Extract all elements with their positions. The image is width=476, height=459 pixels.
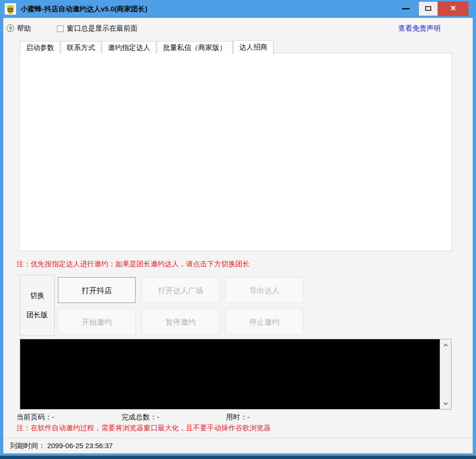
minimize-icon	[402, 8, 410, 9]
browser-warning-note: 注：在软件自动邀约过程，需要将浏览器窗口最大化，且不要手动操作谷歌浏览器	[16, 424, 271, 433]
window-bottom-edge	[0, 456, 476, 459]
close-button[interactable]: ×	[438, 1, 468, 16]
talent-recruitment-panel	[19, 53, 452, 251]
pause-invite-button[interactable]: 暂停邀约	[142, 309, 219, 335]
expiry-value: 2099-06-25 23:56:37	[47, 442, 113, 450]
close-icon: ×	[438, 1, 468, 16]
tab-bar: 启动参数 联系方式 邀约指定达人 批量私信（商家版） 达人招商	[20, 40, 274, 54]
open-shop-button[interactable]: 打开抖店	[58, 277, 136, 303]
maximize-button[interactable]	[419, 1, 438, 16]
scroll-down-button[interactable]	[440, 399, 451, 408]
current-page-value: -	[52, 413, 54, 421]
current-page-label: 当前页码：	[16, 413, 52, 421]
titlebar: 小蜜蜂-抖店自动邀约达人v5.0(商家团长) ×	[0, 0, 476, 18]
tab-startup-params[interactable]: 启动参数	[20, 41, 60, 53]
log-output[interactable]	[20, 339, 440, 409]
help-button[interactable]: 帮助	[17, 24, 31, 33]
completed-total-stat: 完成总数：-	[121, 413, 159, 422]
start-invite-button[interactable]: 开始邀约	[58, 309, 136, 335]
app-icon	[5, 3, 16, 15]
always-on-top-label: 窗口总是显示在最前面	[67, 24, 137, 33]
current-page-stat: 当前页码：-	[16, 413, 54, 422]
log-console	[20, 339, 452, 410]
expiry-label: 到期时间：	[10, 442, 45, 450]
switch-leader-line1: 切换	[30, 291, 44, 300]
tab-talent-recruitment[interactable]: 达人招商	[233, 40, 274, 54]
invite-priority-note: 注：优先按指定达人进行邀约；如果是团长邀约达人，请点击下方切换团长	[16, 260, 250, 269]
tab-invite-specified[interactable]: 邀约指定达人	[102, 41, 156, 53]
always-on-top-checkbox[interactable]	[57, 25, 64, 32]
window-title: 小蜜蜂-抖店自动邀约达人v5.0(商家团长)	[21, 0, 147, 18]
elapsed-time-value: -	[247, 413, 250, 421]
tab-contact-method[interactable]: 联系方式	[61, 41, 101, 53]
log-scrollbar[interactable]	[440, 339, 451, 409]
stop-invite-button[interactable]: 停止邀约	[226, 309, 303, 335]
bee-icon	[5, 8, 16, 16]
switch-leader-button[interactable]: 切换 团长版	[20, 275, 55, 336]
minimize-button[interactable]	[395, 0, 416, 18]
help-icon: ?	[7, 25, 14, 32]
chevron-down-icon	[443, 402, 448, 405]
completed-total-value: -	[157, 413, 159, 421]
scroll-up-button[interactable]	[440, 340, 451, 350]
expiry-time: 到期时间： 2099-06-25 23:56:37	[10, 438, 113, 453]
elapsed-time-stat: 用时：-	[226, 413, 250, 422]
statusbar: 到期时间： 2099-06-25 23:56:37	[3, 438, 473, 453]
maximize-icon	[425, 6, 431, 11]
chevron-up-icon	[443, 344, 448, 347]
switch-leader-line2: 团长版	[27, 311, 48, 320]
open-talent-plaza-button[interactable]: 打开达人广场	[142, 277, 219, 303]
export-talents-button[interactable]: 导出达人	[226, 277, 303, 303]
tab-batch-pm-merchant[interactable]: 批量私信（商家版）	[157, 41, 233, 53]
completed-total-label: 完成总数：	[121, 413, 157, 421]
app-window: 小蜜蜂-抖店自动邀约达人v5.0(商家团长) × ? 帮助 窗口总是显示在最前面…	[0, 0, 476, 459]
elapsed-time-label: 用时：	[226, 413, 247, 421]
disclaimer-link[interactable]: 查看免责声明	[398, 24, 441, 33]
